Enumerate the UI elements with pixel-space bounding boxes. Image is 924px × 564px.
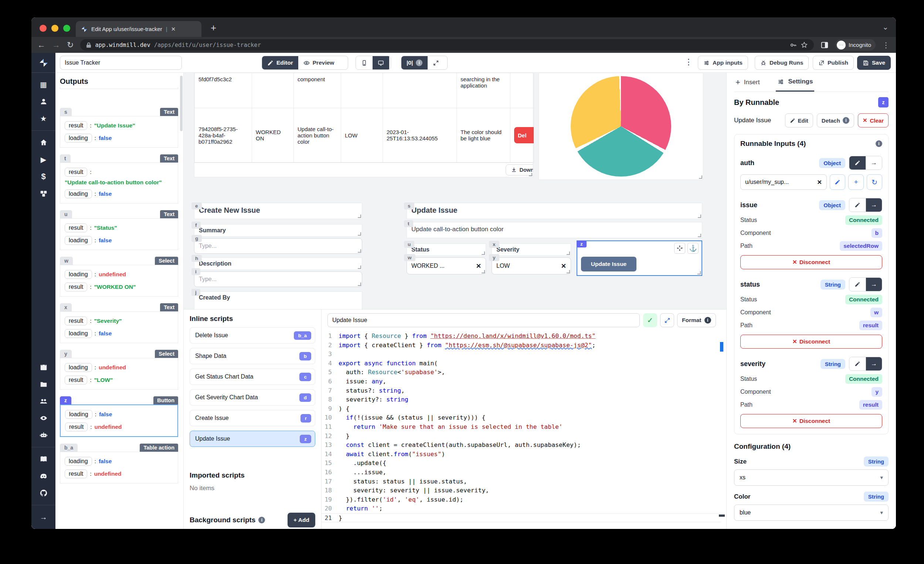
create-title-component[interactable]: e Create New Issue <box>194 203 362 219</box>
browser-menu-icon[interactable]: ⋮ <box>882 40 890 49</box>
output-key[interactable]: loading <box>65 410 92 419</box>
clear-select-icon[interactable]: ✕ <box>476 262 481 270</box>
schedules-icon[interactable] <box>39 363 48 372</box>
table-row[interactable]: 5fd0f7d5c3c2 component searching in the … <box>195 73 534 108</box>
disconnect-issue-button[interactable]: ✕Disconnect <box>740 255 882 269</box>
auth-resource-picker[interactable]: u/user/my_sup... ✕ <box>740 174 827 190</box>
code-line[interactable]: 3 <box>321 350 720 359</box>
delete-row-button[interactable]: Del <box>514 127 534 143</box>
browser-tab[interactable]: Edit App u/user/issue-tracker | ✕ <box>76 21 201 37</box>
script-item[interactable]: Create Issuer <box>190 410 315 426</box>
output-key[interactable]: result <box>64 168 87 177</box>
output-key[interactable]: result <box>64 283 87 292</box>
code-line[interactable]: 7 status?: string, <box>321 386 720 396</box>
status-label-component[interactable]: u Status <box>406 244 486 256</box>
output-card-x[interactable]: xText result:"Severity" loading:false <box>60 303 178 343</box>
detach-button[interactable]: Detach i <box>817 114 854 127</box>
save-button[interactable]: Save <box>857 56 891 70</box>
color-select[interactable]: blue ▾ <box>734 504 888 521</box>
add-background-script-button[interactable]: + Add <box>288 513 315 527</box>
output-key[interactable]: result <box>65 423 88 431</box>
code-line[interactable]: 18 severity: severity || issue.severity, <box>321 486 720 495</box>
disconnect-severity-button[interactable]: ✕Disconnect <box>740 414 882 428</box>
code-line[interactable]: 9) { <box>321 404 720 414</box>
description-input[interactable]: i Type... <box>194 271 362 287</box>
output-key[interactable]: result <box>64 223 87 232</box>
discord-icon[interactable] <box>39 472 48 480</box>
output-key[interactable]: loading <box>64 329 92 338</box>
output-key[interactable]: result <box>64 317 87 325</box>
table-row-selected[interactable]: 794208f5-2735-428a-b4af-b071ff0a2962 WOR… <box>195 108 534 163</box>
editor-tab[interactable]: Editor <box>262 56 298 69</box>
script-item[interactable]: Shape Datab <box>190 348 315 364</box>
output-key[interactable]: loading <box>64 457 92 466</box>
collapse-arrow-icon[interactable]: → <box>39 513 48 522</box>
code-line[interactable]: 6 issue: any, <box>321 377 720 386</box>
app-name-input[interactable] <box>60 56 182 70</box>
tab-insert[interactable]: + Insert <box>734 73 761 91</box>
code-line[interactable]: 15 .update({ <box>321 459 720 468</box>
output-key[interactable]: loading <box>64 134 92 142</box>
code-line[interactable]: 21} <box>321 513 720 523</box>
clear-resource-icon[interactable]: ✕ <box>817 179 822 186</box>
tabstrip-chevron-icon[interactable]: ⌄ <box>882 22 888 31</box>
output-key[interactable]: result <box>64 470 87 478</box>
eye-icon[interactable] <box>39 414 48 423</box>
code-line[interactable]: 5 auth: Resource<'supabase'>, <box>321 368 720 377</box>
mobile-view-button[interactable] <box>356 56 372 69</box>
output-card-z-selected[interactable]: zButton loading:false result:undefined <box>60 396 178 437</box>
issues-table[interactable]: 5fd0f7d5c3c2 component searching in the … <box>194 73 533 177</box>
key-icon[interactable] <box>789 41 797 49</box>
code-line[interactable]: 8 severity?: string <box>321 395 720 404</box>
code-line[interactable]: 14 await client.from("issues") <box>321 450 720 459</box>
output-card-t[interactable]: tText result:"Update call-to-action butt… <box>60 154 178 203</box>
output-key[interactable]: loading <box>64 190 92 198</box>
code-line[interactable]: 2import { createClient } from "https://e… <box>321 341 720 350</box>
home-icon[interactable] <box>39 138 48 147</box>
refresh-resource-button[interactable]: ↻ <box>867 174 882 190</box>
edit-runnable-button[interactable]: Edit <box>785 114 813 127</box>
script-item[interactable]: Delete Issueb_a <box>190 327 315 344</box>
code-line[interactable]: 19 }).filter('id', 'eq', issue.id); <box>321 495 720 504</box>
windmill-logo[interactable] <box>32 53 56 73</box>
script-item-selected[interactable]: Update Issuez <box>190 431 315 447</box>
forward-icon[interactable]: → <box>52 40 60 50</box>
code-line[interactable]: 1import { Resource } from "https://deno.… <box>321 332 720 341</box>
static-mode-button[interactable] <box>849 156 866 169</box>
back-icon[interactable]: ← <box>38 40 45 50</box>
expand-editor-button[interactable] <box>660 313 674 327</box>
output-key[interactable]: loading <box>64 363 92 372</box>
output-card-w[interactable]: wSelect loading:undefined result:"WORKED… <box>60 257 178 296</box>
output-card-s[interactable]: sText result:"Update Issue" loading:fals… <box>60 108 178 148</box>
folders-icon[interactable] <box>39 380 48 389</box>
format-button[interactable]: Format i <box>677 313 716 327</box>
output-key[interactable]: result <box>64 121 87 130</box>
output-key[interactable]: loading <box>64 270 92 279</box>
code-line[interactable]: 20 return ''; <box>321 504 720 513</box>
app-inputs-button[interactable]: App inputs <box>698 56 748 70</box>
output-card-u[interactable]: uText result:"Status" loading:false <box>60 210 178 250</box>
anchor-handle[interactable]: ⚓ <box>687 243 699 254</box>
clear-select-icon[interactable]: ✕ <box>561 262 566 270</box>
fullscreen-button[interactable] <box>428 56 444 69</box>
clear-button[interactable]: ✕ Clear <box>858 114 888 127</box>
new-tab-icon[interactable]: + <box>211 24 216 31</box>
connect-mode-button[interactable]: → <box>866 357 882 371</box>
workers-robot-icon[interactable] <box>39 431 48 440</box>
more-menu-icon[interactable]: ⋮ <box>684 57 693 67</box>
minimize-window-icon[interactable] <box>51 25 58 32</box>
output-key[interactable]: loading <box>64 236 92 245</box>
resources-icon[interactable] <box>39 189 48 198</box>
user-icon[interactable] <box>39 97 48 106</box>
code-line[interactable]: 17 status: status || issue.status, <box>321 477 720 486</box>
side-panel-icon[interactable] <box>820 41 829 49</box>
script-name-input[interactable] <box>327 313 640 327</box>
close-window-icon[interactable] <box>39 25 46 32</box>
static-mode-button[interactable] <box>849 357 866 371</box>
edit-resource-button[interactable] <box>830 174 845 190</box>
static-mode-button[interactable] <box>849 278 866 291</box>
selected-button-component[interactable]: z ⚓ Update Issue <box>577 241 702 276</box>
debug-runs-button[interactable]: Debug Runs <box>755 56 808 70</box>
tab-close-icon[interactable]: ✕ <box>171 26 176 33</box>
code-line[interactable]: 13 const client = createClient(auth.supa… <box>321 441 720 450</box>
